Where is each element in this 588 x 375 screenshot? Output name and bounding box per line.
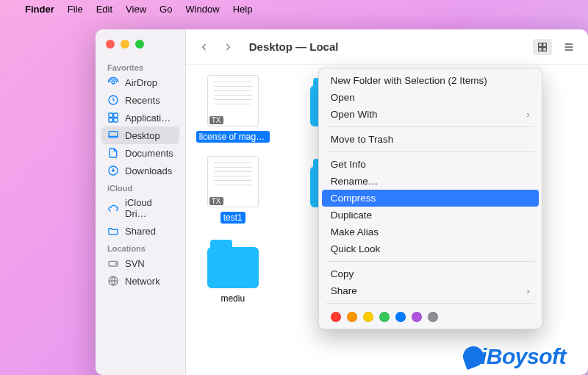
context-item-compress[interactable]: Compress	[322, 190, 539, 207]
chevron-right-icon: ›	[526, 285, 530, 296]
svg-point-0	[112, 81, 115, 84]
tag-red[interactable]	[331, 312, 341, 322]
sidebar-label: Desktop	[125, 130, 160, 141]
minimize-window-button[interactable]	[121, 40, 129, 49]
context-item-move-to-trash[interactable]: Move to Trash	[319, 131, 542, 148]
context-tags-row	[319, 307, 542, 325]
context-item-open-with[interactable]: Open With›	[319, 106, 542, 123]
sidebar-item-applications[interactable]: Applicati…	[101, 109, 179, 126]
context-item-share[interactable]: Share›	[319, 282, 542, 299]
svg-rect-6	[109, 132, 118, 138]
sidebar-item-documents[interactable]: Documents	[101, 144, 179, 162]
svg-rect-13	[538, 47, 542, 51]
disk-icon	[107, 257, 119, 269]
tag-orange[interactable]	[347, 312, 357, 322]
menubar-item-edit[interactable]: Edit	[96, 4, 112, 15]
download-icon	[107, 165, 119, 176]
svg-rect-4	[109, 118, 112, 122]
svg-point-9	[115, 263, 116, 264]
tag-purple[interactable]	[412, 312, 422, 322]
clock-icon	[107, 94, 119, 106]
menubar-item-view[interactable]: View	[126, 4, 146, 15]
tag-green[interactable]	[379, 312, 390, 322]
context-item-rename[interactable]: Rename…	[319, 173, 542, 190]
context-item-open[interactable]: Open	[319, 89, 542, 106]
sidebar-section-locations: Locations	[101, 240, 179, 254]
sidebar-label: iCloud Dri…	[125, 197, 173, 219]
file-item[interactable]: TX license of magicm	[196, 75, 270, 143]
finder-window: Favorites AirDrop Recents Applicati… Des…	[96, 29, 588, 375]
list-view-button[interactable]	[559, 39, 578, 55]
menubar-item-help[interactable]: Help	[233, 4, 253, 15]
shared-folder-icon	[107, 225, 119, 237]
sidebar-item-network[interactable]: Network	[101, 272, 179, 290]
file-item[interactable]: mediu	[196, 237, 270, 304]
file-item[interactable]: TX test1	[196, 156, 270, 224]
sidebar-item-shared[interactable]: Shared	[101, 222, 179, 240]
network-icon	[107, 275, 119, 287]
location-title: Desktop — Local	[249, 40, 339, 53]
sidebar-section-icloud: iCloud	[101, 179, 179, 194]
document-icon	[107, 147, 119, 159]
menubar-item-window[interactable]: Window	[185, 4, 219, 15]
svg-rect-11	[538, 43, 542, 46]
context-item-make-alias[interactable]: Make Alias	[319, 224, 542, 240]
sidebar-label: SVN	[125, 258, 145, 269]
context-separator	[326, 303, 534, 304]
sidebar-label: Documents	[125, 148, 173, 159]
text-file-icon: TX	[207, 156, 259, 207]
sidebar-item-desktop[interactable]: Desktop	[101, 126, 179, 144]
sidebar-item-recents[interactable]: Recents	[101, 91, 179, 109]
chevron-right-icon: ›	[526, 109, 530, 120]
sidebar-label: Downloads	[125, 165, 172, 176]
menubar-item-file[interactable]: File	[68, 4, 83, 15]
sidebar-label: AirDrop	[125, 77, 157, 88]
context-separator	[326, 151, 534, 152]
window-controls	[101, 37, 179, 59]
forward-button[interactable]	[220, 39, 236, 55]
sidebar-item-svn[interactable]: SVN	[101, 254, 179, 272]
applications-icon	[107, 112, 119, 124]
airdrop-icon	[107, 76, 119, 88]
back-button[interactable]	[196, 39, 212, 55]
file-label: test1	[220, 212, 245, 224]
close-window-button[interactable]	[106, 40, 115, 49]
icon-view-button[interactable]	[533, 39, 552, 55]
sidebar-item-icloud-drive[interactable]: iCloud Dri…	[101, 194, 179, 222]
file-label: mediu	[218, 293, 248, 304]
sidebar-item-airdrop[interactable]: AirDrop	[101, 74, 179, 91]
zoom-window-button[interactable]	[135, 40, 144, 49]
tag-blue[interactable]	[395, 312, 406, 322]
context-item-new-folder-selection[interactable]: New Folder with Selection (2 Items)	[319, 72, 542, 89]
sidebar-label: Network	[125, 276, 160, 287]
menubar-item-go[interactable]: Go	[159, 4, 172, 15]
sidebar: Favorites AirDrop Recents Applicati… Des…	[96, 29, 186, 375]
context-separator	[326, 261, 534, 262]
file-label: license of magicm	[196, 131, 270, 143]
finder-main: Desktop — Local TX license of magicm	[186, 29, 588, 375]
svg-rect-14	[542, 47, 546, 51]
context-item-duplicate[interactable]: Duplicate	[319, 207, 542, 224]
sidebar-label: Applicati…	[125, 113, 171, 124]
svg-rect-5	[114, 118, 118, 122]
sidebar-item-downloads[interactable]: Downloads	[101, 162, 179, 179]
context-item-get-info[interactable]: Get Info	[319, 156, 542, 173]
content-area[interactable]: TX license of magicm TX test1	[186, 65, 588, 375]
svg-rect-2	[109, 113, 112, 117]
sidebar-section-favorites: Favorites	[101, 59, 179, 74]
menubar-app-name[interactable]: Finder	[25, 4, 54, 15]
sidebar-label: Recents	[125, 95, 160, 106]
tag-gray[interactable]	[428, 312, 438, 322]
folder-icon	[207, 247, 259, 288]
toolbar: Desktop — Local	[186, 29, 588, 65]
watermark-site: wsxdn.com	[545, 365, 582, 374]
context-item-quick-look[interactable]: Quick Look	[319, 240, 542, 257]
svg-rect-12	[542, 43, 546, 46]
context-menu: New Folder with Selection (2 Items) Open…	[318, 68, 542, 329]
desktop-icon	[107, 129, 119, 141]
sidebar-label: Shared	[125, 226, 156, 237]
context-separator	[326, 126, 534, 127]
tag-yellow[interactable]	[363, 312, 373, 322]
context-item-copy[interactable]: Copy	[319, 265, 542, 282]
cloud-icon	[107, 202, 119, 214]
